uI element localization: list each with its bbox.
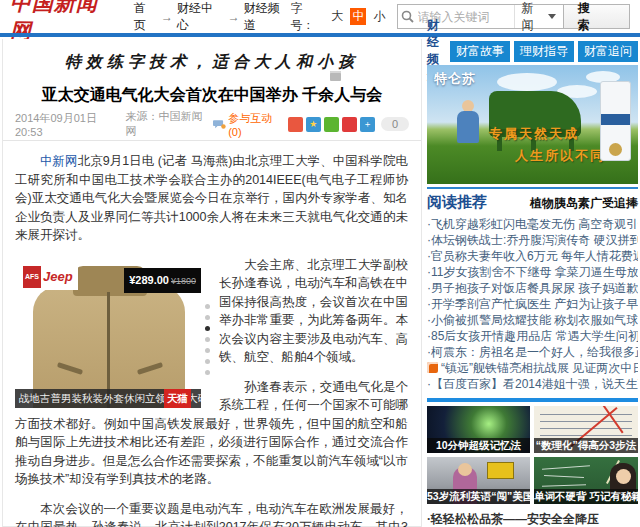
text-ad-banner[interactable]: 特效练字技术，适合大人和小孩 [3,39,421,85]
font-size-label: 字号： [290,0,324,34]
tab-wealth-qa[interactable]: 财富追问 [578,41,638,62]
channel-tab-bar: 财经频道: 财富故事 理财指导 财富追问 [427,39,638,63]
sidebar: 财经频道: 财富故事 理财指导 财富追问 特仑苏 专属天然天成 人生所以不同 [427,39,638,527]
top-header: 中国新闻网 首页 → 财经中心 → 财经频道 字号： 大 中 小 新闻 搜 索 [0,0,640,33]
product-ad: AFS Jeep ¥289.00¥1800 战地吉普男装秋装外套休闲立领夹克大码… [15,258,211,410]
search-category-dropdown[interactable]: 新闻 [514,5,563,28]
milk-ad-slogan-2: 人生所以不同 [515,147,605,165]
brand-afs-label: AFS [23,266,41,289]
ad-price-tag: ¥289.00¥1800 [124,268,201,294]
article-title: 亚太交通电气化大会首次在中国举办 千余人与会 [3,85,421,106]
tmall-badge[interactable]: 天猫 [164,389,191,408]
share-count: 0 [381,117,409,131]
search-icon [398,10,417,23]
interact-label: 参与互动(0) [228,111,281,138]
breadcrumb-separator: → [161,10,173,24]
video-thumb-english[interactable]: 53岁流利英语“闯”美国 [427,457,530,504]
share-more-icon[interactable]: ＋ [360,117,375,132]
list-item[interactable]: ·飞机穿越彩虹闪电毫发无伤 高空奇观引惊叹(图) [427,216,638,232]
list-item[interactable]: “镇远”舰铁锚亮相抗战展 见证两次中日战争 [427,360,638,376]
video-thumb-memory[interactable]: 10分钟超级记忆法 [427,406,530,453]
list-item[interactable]: ·11岁女孩割舍不下继母 拿菜刀逼生母放弃监护权 [427,264,638,280]
breadcrumb-finance-channel[interactable]: 财经频道 [244,0,291,34]
video-thumb-grid: 10分钟超级记忆法 “数理化”得高分3步法 53岁流利英语“闯”美国 单词不硬背… [427,406,638,504]
milk-carton-graphic [600,81,631,161]
carousel-dot[interactable] [205,315,210,320]
ad-brand-logo: AFS Jeep [21,264,78,291]
milk-ad-slogan-1: 专属天然天成 [489,125,579,143]
breadcrumb-home[interactable]: 首页 [134,0,157,34]
carousel-dot[interactable] [205,337,210,342]
search-button[interactable]: 搜 索 [563,5,629,28]
carousel-dot[interactable] [205,370,210,375]
sina-weibo-icon[interactable] [288,117,303,132]
font-size-small[interactable]: 小 [371,8,387,25]
list-item[interactable]: ·官员称夫妻年收入6万元 每年人情花费近10万(图) [427,248,638,264]
cloud-graphic [497,73,557,91]
brand-jeep-label: Jeep [43,268,73,287]
breadcrumb-finance-center[interactable]: 财经中心 [177,0,224,34]
qq-star-icon[interactable]: ★ [306,117,321,132]
article-paragraph: 中新网北京9月1日电 (记者 马海燕)由北京理工大学、中国科学院电工研究所和中国… [15,152,408,245]
carousel-dot[interactable] [205,348,210,353]
price-current: ¥289.00 [129,274,169,286]
search-category-label: 新闻 [522,0,544,34]
chevron-down-icon [548,14,556,19]
tab-money-guide[interactable]: 理财指导 [514,41,574,62]
list-item[interactable]: ·男子抱孩子对饭店餐具尿尿 孩子妈道歉称情非得已 [427,280,638,296]
bottom-link[interactable]: ·轻轻松松品茶——安安全全降压 [427,511,638,527]
milk-brand-logo: 特仑苏 [434,70,476,88]
tab-wealth-story[interactable]: 财富故事 [450,41,510,62]
list-item[interactable]: ·【百度百家】看2014港姐十强，说天生丽质也得拼 [427,376,638,392]
video-thumb-caption: 10分钟超级记忆法 [427,438,530,453]
list-item[interactable]: ·85后女孩开情趣用品店 常遇大学生问初夜问题 [427,328,638,344]
price-old: ¥1800 [171,276,196,286]
product-ad-image[interactable]: AFS Jeep ¥289.00¥1800 战地吉普男装秋装外套休闲立领夹克大码… [15,258,201,408]
carousel-dot[interactable] [205,304,210,309]
article-paragraph: 本次会议的一个重要议题是电动汽车，电动汽车在欧洲发展最好，在中国最热。孙逢春说，… [15,500,408,527]
read-recommend-header: 阅读推荐 植物胰岛素广受追捧 [427,189,638,214]
video-thumb-words[interactable]: 单词不硬背 巧记有秘籍 [534,457,638,504]
sidebar-bottom-links: ·轻轻松松品茶——安安全全降压 ·超强记忆 30天轻松提高成绩 教出尖子生 [427,511,638,527]
qzone-green-icon[interactable] [324,117,339,132]
breadcrumb: 首页 → 财经中心 → 财经频道 [134,0,291,34]
list-item[interactable]: ·体坛钢铁战士:乔丹腹泻演传奇 硬汉拼到肛裂(图) [427,232,638,248]
video-section-divider [427,398,638,402]
read-recommend-headline[interactable]: 植物胰岛素广受追捧 [530,195,638,212]
font-size-control: 字号： 大 中 小 [290,0,387,34]
print-icon[interactable] [330,71,341,81]
breadcrumb-separator: → [228,10,240,24]
video-thumb-math[interactable]: “数理化”得高分3步法 [534,406,638,453]
list-item[interactable]: ·小偷被抓警局炫耀技能 称划衣服如气球上切肉丝 [427,312,638,328]
photo-badge-icon [427,362,438,373]
share-bar: ★ ＋ 0 [288,117,409,132]
list-item-text: “镇远”舰铁锚亮相抗战展 见证两次中日战争 [441,361,638,375]
font-size-large[interactable]: 大 [329,8,345,25]
source-link[interactable]: 中新网 [40,154,78,168]
carousel-dot[interactable] [205,359,210,364]
interact-link[interactable]: 参与互动(0) [213,111,281,138]
renren-red-icon[interactable] [342,117,357,132]
carousel-dot-active[interactable] [205,326,210,331]
pianist-graphic [457,111,479,143]
video-thumb-caption: 53岁流利英语“闯”美国 [427,489,530,504]
article-body: 中新网北京9月1日电 (记者 马海燕)由北京理工大学、中国科学院电工研究所和中国… [3,141,421,527]
font-size-medium[interactable]: 中 [350,8,366,25]
speech-bubble-icon [213,119,226,130]
site-logo[interactable]: 中国新闻网 [10,0,118,45]
article-source[interactable]: 来源：中国新闻网 [125,109,206,139]
header-divider-bar [0,33,640,37]
read-recommend-list: ·飞机穿越彩虹闪电毫发无伤 高空奇观引惊叹(图) ·体坛钢铁战士:乔丹腹泻演传奇… [427,216,638,392]
person-face-graphic [458,463,472,476]
article-column: 特效练字技术，适合大人和小孩 亚太交通电气化大会首次在中国举办 千余人与会 20… [2,39,422,527]
list-item[interactable]: ·柯震东：房祖名是一个好人，给我很多正面能量 [427,344,638,360]
milk-ad-banner[interactable]: 特仑苏 专属天然天成 人生所以不同 [427,65,638,184]
girl-face-graphic [616,469,631,484]
video-thumb-caption: 单词不硬背 巧记有秘籍 [534,489,638,504]
list-item[interactable]: ·开学季剖宫产忙疯医生 产妇为让孩子早上学提前分娩 [427,296,638,312]
read-recommend-title[interactable]: 阅读推荐 [427,193,487,212]
street-sign-graphic [487,462,514,479]
article-meta-row: 2014年09月01日 20:53 来源：中国新闻网 参与互动(0) ★ ＋ 0 [3,114,421,134]
article-date: 2014年09月01日 20:53 [15,111,118,138]
text-ad-label[interactable]: 特效练字技术，适合大人和小孩 [65,52,359,73]
